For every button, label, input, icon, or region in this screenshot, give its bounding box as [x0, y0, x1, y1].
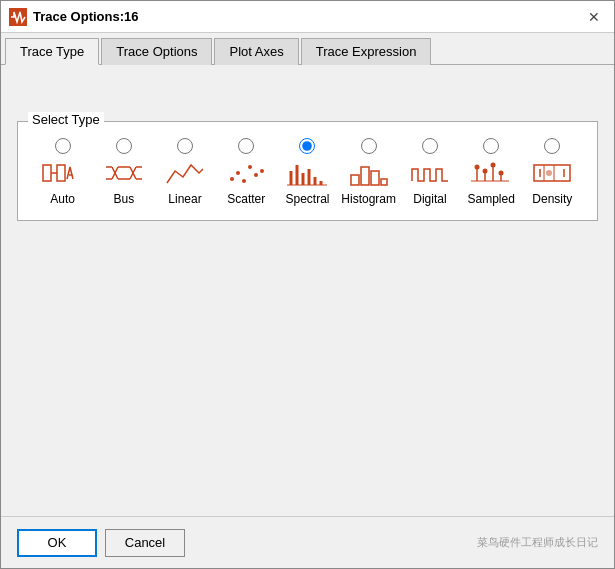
svg-point-44 — [546, 170, 552, 176]
radio-linear[interactable] — [177, 138, 193, 154]
label-scatter: Scatter — [227, 192, 265, 206]
radio-spectral[interactable] — [299, 138, 315, 154]
title-bar-left: Trace Options:16 — [9, 8, 138, 26]
tab-trace-options[interactable]: Trace Options — [101, 38, 212, 65]
select-type-box: Select Type Auto — [17, 121, 598, 221]
svg-rect-31 — [381, 179, 387, 185]
radio-histogram[interactable] — [361, 138, 377, 154]
svg-rect-1 — [43, 165, 51, 181]
close-button[interactable]: ✕ — [582, 5, 606, 29]
svg-point-36 — [475, 165, 480, 170]
title-bar: Trace Options:16 ✕ — [1, 1, 614, 33]
tab-content: Select Type Auto — [1, 65, 614, 516]
tab-bar: Trace Type Trace Options Plot Axes Trace… — [1, 33, 614, 65]
tab-trace-expression[interactable]: Trace Expression — [301, 38, 432, 65]
icon-digital — [408, 157, 452, 189]
watermark-text: 菜鸟硬件工程师成长日记 — [477, 535, 598, 550]
ok-button[interactable]: OK — [17, 529, 97, 557]
label-digital: Digital — [413, 192, 446, 206]
radio-sampled[interactable] — [483, 138, 499, 154]
radio-auto[interactable] — [55, 138, 71, 154]
radio-digital[interactable] — [422, 138, 438, 154]
trace-item-density: Density — [525, 138, 580, 206]
icon-spectral — [285, 157, 329, 189]
trace-options-row: Auto — [32, 138, 583, 206]
svg-point-19 — [254, 173, 258, 177]
tab-trace-type[interactable]: Trace Type — [5, 38, 99, 65]
label-density: Density — [532, 192, 572, 206]
label-histogram: Histogram — [341, 192, 396, 206]
watermark: 菜鸟硬件工程师成长日记 — [477, 535, 598, 550]
icon-sampled — [469, 157, 513, 189]
icon-density — [530, 157, 574, 189]
svg-point-17 — [242, 179, 246, 183]
icon-bus — [102, 157, 146, 189]
cancel-button[interactable]: Cancel — [105, 529, 185, 557]
footer: OK Cancel 菜鸟硬件工程师成长日记 — [1, 516, 614, 568]
trace-item-auto: Auto — [35, 138, 90, 206]
svg-point-37 — [483, 169, 488, 174]
label-linear: Linear — [168, 192, 201, 206]
svg-rect-30 — [371, 171, 379, 185]
svg-point-39 — [499, 171, 504, 176]
svg-point-15 — [230, 177, 234, 181]
icon-linear — [163, 157, 207, 189]
label-bus: Bus — [113, 192, 134, 206]
label-sampled: Sampled — [467, 192, 514, 206]
svg-rect-29 — [361, 167, 369, 185]
icon-auto — [41, 157, 85, 189]
label-spectral: Spectral — [285, 192, 329, 206]
radio-bus[interactable] — [116, 138, 132, 154]
svg-rect-28 — [351, 175, 359, 185]
trace-item-spectral: Spectral — [280, 138, 335, 206]
window-title: Trace Options:16 — [33, 9, 138, 24]
svg-point-18 — [248, 165, 252, 169]
main-window: Trace Options:16 ✕ Trace Type Trace Opti… — [0, 0, 615, 569]
radio-scatter[interactable] — [238, 138, 254, 154]
tab-plot-axes[interactable]: Plot Axes — [214, 38, 298, 65]
svg-point-20 — [260, 169, 264, 173]
trace-item-linear: Linear — [158, 138, 213, 206]
radio-density[interactable] — [544, 138, 560, 154]
icon-histogram — [347, 157, 391, 189]
trace-item-scatter: Scatter — [219, 138, 274, 206]
trace-item-bus: Bus — [96, 138, 151, 206]
svg-rect-3 — [57, 165, 65, 181]
svg-point-16 — [236, 171, 240, 175]
icon-scatter — [224, 157, 268, 189]
label-auto: Auto — [50, 192, 75, 206]
waveform-icon — [9, 8, 27, 26]
trace-item-digital: Digital — [402, 138, 457, 206]
svg-point-38 — [491, 163, 496, 168]
trace-item-sampled: Sampled — [464, 138, 519, 206]
trace-item-histogram: Histogram — [341, 138, 396, 206]
select-type-label: Select Type — [28, 112, 104, 127]
